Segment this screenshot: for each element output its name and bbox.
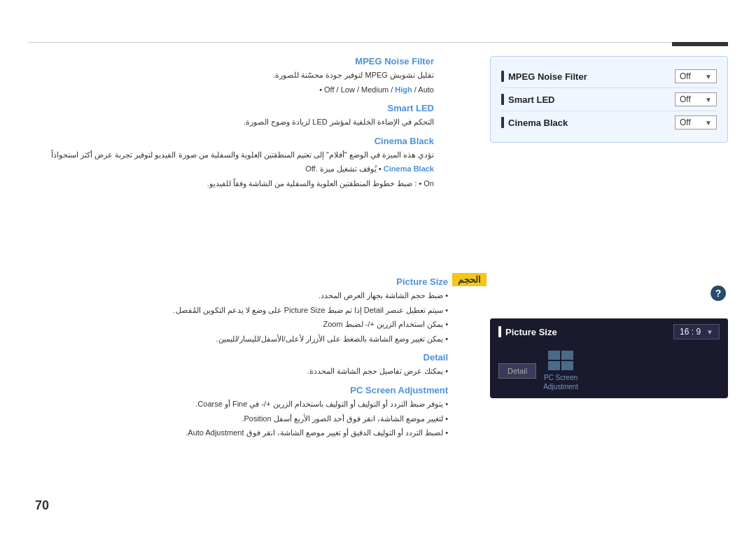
right-control-panel: MPEG Noise Filter Off ▼ Smart LED Off ▼ … (490, 56, 728, 157)
control-panel-box: MPEG Noise Filter Off ▼ Smart LED Off ▼ … (490, 56, 728, 143)
mpeg-select[interactable]: Off ▼ (675, 69, 717, 83)
picture-panel-label: Picture Size (498, 326, 557, 337)
picture-size-section: Picture Size • ضبط حجم الشاشة بجهاز العر… (28, 276, 448, 345)
smart-led-control-label: Smart LED (501, 94, 554, 105)
grid-icon (548, 351, 573, 370)
right-accent-bar (672, 42, 728, 46)
picture-size-select[interactable]: 16 : 9 ▼ (673, 324, 720, 339)
detail-button[interactable]: Detail (498, 363, 536, 379)
cinema-black-intro: تؤدي هذه الميزة في الوضع "أفلام" إلى تعت… (28, 149, 434, 162)
grid-cell-tl (548, 351, 560, 360)
picture-size-heading: Picture Size (28, 276, 448, 287)
cinema-black-control-label: Cinema Black (501, 117, 568, 128)
grid-cell-bl (548, 361, 560, 370)
pc-screen-desc1: • يتوفر ضبط التردد أو التوليف أو التوليف… (28, 398, 448, 411)
picture-size-desc2: • سيتم تعطيل عنصر Detail إذا تم ضبط Pict… (28, 304, 448, 317)
pc-screen-heading: PC Screen Adjustment (28, 385, 448, 395)
mpeg-noise-filter-desc: تقليل تشويش MPEG لتوفير جودة محسّنة للصو… (28, 69, 434, 82)
cinema-black-on: On • : ضبط خطوط المنطقتين العلوية والسفل… (28, 178, 434, 190)
smart-led-bar-icon (501, 94, 504, 105)
mpeg-arrow-icon: ▼ (705, 73, 712, 80)
picture-size-desc1: • ضبط حجم الشاشة بجهاز العرض المحدد. (28, 290, 448, 302)
cinema-black-select[interactable]: Off ▼ (675, 115, 717, 129)
question-bubble: ? (710, 286, 726, 301)
smart-led-arrow-icon: ▼ (705, 96, 712, 104)
smart-led-desc: التحكم في الإضاءة الخلفية لمؤشر LED لزيا… (28, 116, 434, 129)
cinema-black-control-row: Cinema Black Off ▼ (501, 111, 717, 134)
pc-screen-section: PC Screen Adjustment • يتوفر ضبط التردد … (28, 385, 448, 440)
top-divider (28, 42, 728, 43)
lower-left-content: Picture Size • ضبط حجم الشاشة بجهاز العر… (28, 276, 448, 447)
detail-desc: • يمكنك عرض تفاصيل حجم الشاشة المحددة. (28, 365, 448, 378)
picture-panel-body: Detail PC ScreenAdjustment (490, 345, 728, 398)
pc-screen-desc2: • لتغيير موضع الشاشة، انقر فوق أحد الصور… (28, 413, 448, 426)
picture-size-desc3: • يمكن استخدام الزرين +/- لضبط Zoom (28, 318, 448, 331)
cinema-black-heading: Cinema Black (28, 136, 434, 146)
cinema-black-section: Cinema Black تؤدي هذه الميزة في الوضع "أ… (28, 136, 434, 190)
detail-section: Detail • يمكنك عرض تفاصيل حجم الشاشة الم… (28, 352, 448, 378)
cinema-black-bar-icon (501, 117, 504, 128)
page-number: 70 (35, 498, 49, 513)
pc-screen-block: PC ScreenAdjustment (543, 351, 578, 391)
grid-cell-br (561, 361, 573, 370)
mpeg-high-option: High (395, 85, 412, 94)
mpeg-control-label: MPEG Noise Filter (501, 71, 587, 82)
cinema-black-off: Cinema Black • يُوقف تشغيل ميزة .Off (28, 163, 434, 176)
mpeg-noise-filter-heading: MPEG Noise Filter (28, 56, 434, 66)
smart-led-control-row: Smart LED Off ▼ (501, 88, 717, 111)
picture-size-desc4: • يمكن تغيير وضع الشاشة بالضغط على الأزر… (28, 333, 448, 346)
mpeg-control-row: MPEG Noise Filter Off ▼ (501, 65, 717, 88)
pc-screen-desc3: • لضبط التردد أو التوليف الدقيق أو تغيير… (28, 427, 448, 440)
picture-size-panel-container: Picture Size 16 : 9 ▼ Detail PC ScreenAd… (490, 301, 728, 398)
grid-cell-tr (561, 351, 573, 360)
smart-led-select[interactable]: Off ▼ (675, 92, 717, 106)
detail-heading: Detail (28, 352, 448, 363)
cinema-black-arrow-icon: ▼ (705, 119, 712, 127)
picture-panel-bar-icon (498, 326, 501, 337)
mpeg-options: Off / Low / Medium / High / Auto • (28, 84, 434, 97)
mpeg-noise-filter-section: MPEG Noise Filter تقليل تشويش MPEG لتوفي… (28, 56, 434, 96)
mpeg-bar-icon (501, 71, 504, 82)
picture-size-panel: Picture Size 16 : 9 ▼ Detail PC ScreenAd… (490, 318, 728, 398)
smart-led-heading: Smart LED (28, 103, 434, 113)
picture-panel-header: Picture Size 16 : 9 ▼ (490, 318, 728, 345)
smart-led-section: Smart LED التحكم في الإضاءة الخلفية لمؤش… (28, 103, 434, 129)
yellow-size-label: الحجم (452, 273, 486, 286)
left-content-top: MPEG Noise Filter تقليل تشويش MPEG لتوفي… (28, 56, 434, 197)
picture-select-arrow-icon: ▼ (706, 328, 713, 336)
pc-screen-adjustment-label: PC ScreenAdjustment (543, 373, 578, 391)
